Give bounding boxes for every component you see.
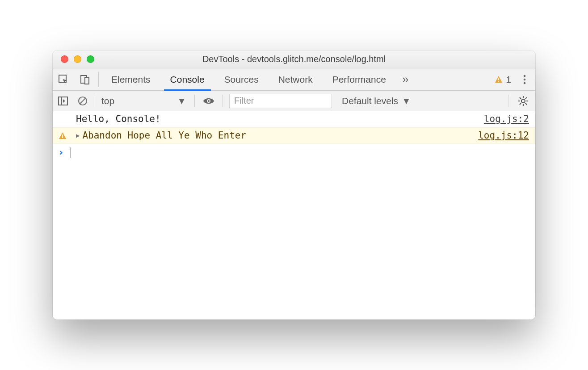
separator [95,95,95,107]
svg-line-20 [525,103,527,105]
levels-label: Default levels [342,96,398,106]
tab-network[interactable]: Network [269,68,323,90]
svg-point-7 [524,82,526,84]
separator [98,72,99,87]
spacer [415,68,494,90]
tab-label: Sources [224,74,259,85]
device-icon [80,74,90,85]
device-toolbar-button[interactable] [74,68,96,90]
warning-count: 1 [506,74,511,85]
tab-label: Network [278,74,313,85]
window-titlebar: DevTools - devtools.glitch.me/console/lo… [53,50,535,68]
live-expression-button[interactable] [197,91,220,111]
log-message: Abandon Hope All Ye Who Enter [82,130,478,141]
tab-label: Console [170,74,205,85]
row-gutter [58,131,76,140]
separator [223,95,223,107]
console-warn-row: ▶ Abandon Hope All Ye Who Enter log.js:1… [53,127,535,144]
sidebar-icon [58,97,68,105]
source-link[interactable]: log.js:2 [484,114,529,125]
tab-performance[interactable]: Performance [323,68,396,90]
svg-rect-4 [498,81,499,82]
svg-point-13 [208,100,210,102]
console-log-row: Hello, Console! log.js:2 [53,111,535,127]
clear-icon [78,96,88,106]
minimize-window-button[interactable] [74,55,81,63]
warning-icon [494,75,503,84]
window-title: DevTools - devtools.glitch.me/console/lo… [53,54,535,64]
tabs-overflow-button[interactable]: » [396,68,415,90]
dropdown-triangle-icon: ▼ [402,96,411,106]
kebab-icon [523,75,526,84]
dropdown-triangle-icon: ▼ [177,96,186,106]
svg-rect-3 [498,78,499,80]
separator [194,95,195,107]
svg-rect-2 [85,78,89,84]
svg-rect-23 [62,135,63,137]
tab-elements[interactable]: Elements [101,68,160,90]
console-settings-button[interactable] [511,96,535,106]
context-label: top [101,96,114,106]
issues-counter[interactable]: 1 [494,68,514,90]
console-toolbar: top ▼ Default levels ▼ [53,91,535,111]
close-window-button[interactable] [61,55,68,63]
svg-point-5 [524,75,526,77]
text-caret [71,147,71,158]
svg-line-11 [80,98,85,104]
zoom-window-button[interactable] [87,55,94,63]
execution-context-selector[interactable]: top ▼ [98,91,192,111]
console-prompt[interactable]: › [53,144,535,161]
warning-icon [58,131,67,140]
tab-label: Performance [332,74,386,85]
gear-icon [518,96,529,106]
svg-line-22 [525,97,527,99]
svg-point-14 [521,99,525,103]
disclosure-triangle-icon[interactable]: ▶ [76,132,80,139]
tab-sources[interactable]: Sources [214,68,269,90]
console-output: Hello, Console! log.js:2 ▶ Abandon Hope … [53,111,535,320]
svg-point-6 [524,78,526,80]
source-link[interactable]: log.js:12 [478,130,529,141]
clear-console-button[interactable] [73,91,92,111]
eye-icon [203,97,214,105]
window-controls [53,55,94,63]
svg-line-21 [520,103,521,105]
tab-label: Elements [111,74,151,85]
prompt-chevron-icon: › [58,147,71,158]
chevron-double-right-icon: » [402,72,408,86]
tab-console[interactable]: Console [160,68,214,90]
inspect-element-button[interactable] [53,68,74,90]
svg-rect-24 [62,137,63,138]
log-levels-selector[interactable]: Default levels ▼ [336,96,417,106]
devtools-window: DevTools - devtools.glitch.me/console/lo… [53,50,535,320]
separator [508,95,508,107]
more-options-button[interactable] [514,68,535,90]
panel-tabs: Elements Console Sources Network Perform… [53,68,535,91]
filter-input[interactable] [229,94,332,108]
log-message: Hello, Console! [76,114,484,125]
inspect-icon [58,74,69,85]
toggle-sidebar-button[interactable] [53,91,73,111]
svg-line-19 [520,97,521,99]
